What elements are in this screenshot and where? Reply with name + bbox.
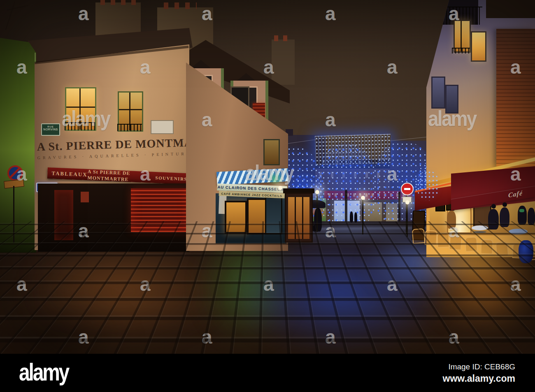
- alamy-footer-bar: alamy Image ID: CEB68G www.alamy.com: [0, 354, 535, 392]
- kiosk-frame-bar: [295, 197, 296, 239]
- street-lamp-pole: [362, 199, 363, 234]
- alamy-watermark-letter: a: [325, 110, 336, 129]
- lit-transom: [81, 192, 89, 202]
- alamy-watermark-letter: a: [202, 110, 212, 129]
- alamy-watermark-letter: a: [78, 4, 89, 23]
- patron-head: [491, 204, 496, 209]
- alamy-watermark-letter: a: [387, 165, 398, 183]
- alamy-watermark-letter: a: [16, 275, 27, 294]
- clairon-door: [265, 197, 282, 234]
- clairon-window: [225, 201, 247, 234]
- seated-patron: [488, 209, 499, 230]
- marble-plaque: [151, 120, 174, 134]
- alamy-watermark-letter: a: [325, 327, 336, 346]
- blue-light-tree: [317, 143, 379, 232]
- chimney-pots: [100, 0, 136, 5]
- clairon-window: [247, 198, 267, 234]
- alamy-watermark-letter: a: [449, 327, 459, 346]
- clairon-storefront: [216, 193, 286, 244]
- footer-info: Image ID: CEB68G www.alamy.com: [443, 362, 515, 384]
- distant-pedestrian: [350, 211, 353, 223]
- distant-pedestrian: [354, 212, 357, 223]
- seated-patron: [518, 206, 527, 225]
- alamy-watermark-letter: a: [449, 221, 459, 240]
- terrace-table: [472, 225, 488, 230]
- no-entry-bar: [404, 188, 410, 190]
- alamy-watermark-letter: a: [16, 165, 27, 183]
- image-id-text: Image ID: CEB68G: [443, 362, 515, 371]
- chimney-pots: [164, 2, 197, 9]
- awning-text-tableaux: TABLEAUX: [51, 170, 88, 178]
- no-entry-sign: [401, 183, 414, 195]
- alamy-watermark-letter: a: [387, 275, 398, 294]
- photo-montmartre-night: RUE NORVINS RUE NORVINS A St. PIERRE DE …: [0, 0, 535, 354]
- alamy-watermark-letter: a: [387, 58, 398, 77]
- lit-window: [471, 31, 486, 62]
- gallery-door: [54, 190, 73, 240]
- cafe-kiosk: [285, 193, 313, 243]
- alamy-watermark-letter: a: [202, 221, 212, 240]
- gable-wall: [272, 39, 295, 85]
- alamy-watermark-word: alamy: [245, 162, 293, 183]
- stock-photo-page: RUE NORVINS RUE NORVINS A St. PIERRE DE …: [0, 0, 535, 392]
- window-mullion: [119, 109, 142, 110]
- balcony-railing: [452, 48, 470, 53]
- street-lamp-globe: [315, 190, 319, 194]
- alamy-watermark-letter: a: [202, 327, 212, 346]
- window-mullion: [461, 21, 462, 51]
- alamy-watermark-letter: a: [263, 275, 274, 294]
- corner-blue-lights: [416, 170, 440, 201]
- lit-window: [118, 91, 143, 132]
- alamy-watermark-word: alamy: [428, 108, 476, 129]
- street-lamp-pole: [316, 193, 318, 232]
- street-lamp-globe: [361, 196, 365, 200]
- alamy-watermark-word: alamy: [62, 108, 110, 129]
- green-jacket-detail: [519, 209, 524, 212]
- alamy-watermark-letter: a: [510, 275, 521, 294]
- alamy-watermark-letter: a: [325, 221, 336, 240]
- alamy-watermark-letter: a: [449, 4, 459, 23]
- kiosk-frame-bar: [302, 197, 303, 239]
- alamy-url-text: www.alamy.com: [443, 373, 515, 384]
- terrace-table-blue: [509, 229, 528, 234]
- red-roller-shutter: [131, 188, 188, 232]
- chimney-pots: [274, 35, 292, 41]
- patron-head: [502, 202, 507, 207]
- plaque-line2: NORVINS: [42, 128, 59, 131]
- alamy-watermark-letter: a: [510, 58, 521, 77]
- alamy-watermark-letter: a: [263, 58, 274, 77]
- alamy-watermark-letter: a: [16, 58, 27, 77]
- alamy-watermark-letter: a: [140, 275, 151, 294]
- alamy-logo: alamy: [19, 357, 68, 386]
- alamy-watermark-letter: a: [140, 58, 151, 77]
- dim-blue-window: [431, 77, 445, 109]
- cafe-awning-label: Café: [508, 189, 523, 199]
- gallery-storefront: [38, 183, 189, 252]
- seated-patron: [500, 207, 509, 227]
- roofline-dark: [486, 0, 535, 18]
- awning-text-souvenirs: SOUVENIRS: [155, 175, 187, 181]
- street-lamp-globe: [278, 186, 282, 190]
- alamy-watermark-letter: a: [78, 327, 89, 346]
- alamy-watermark-letter: a: [78, 221, 89, 240]
- balcony-railing: [117, 124, 142, 131]
- alamy-watermark-letter: a: [140, 165, 151, 183]
- alamy-watermark-letter: a: [202, 4, 212, 23]
- seated-patron: [528, 208, 535, 225]
- street-lamp-globe: [405, 200, 409, 204]
- alamy-watermark-letter: a: [325, 4, 336, 23]
- sign-pole: [13, 186, 14, 243]
- alamy-watermark-letter: a: [510, 165, 521, 183]
- kiosk-glass: [288, 197, 309, 239]
- street-lamp-pole: [407, 204, 408, 237]
- street-plaque-rue-norvins: RUE NORVINS: [41, 123, 60, 136]
